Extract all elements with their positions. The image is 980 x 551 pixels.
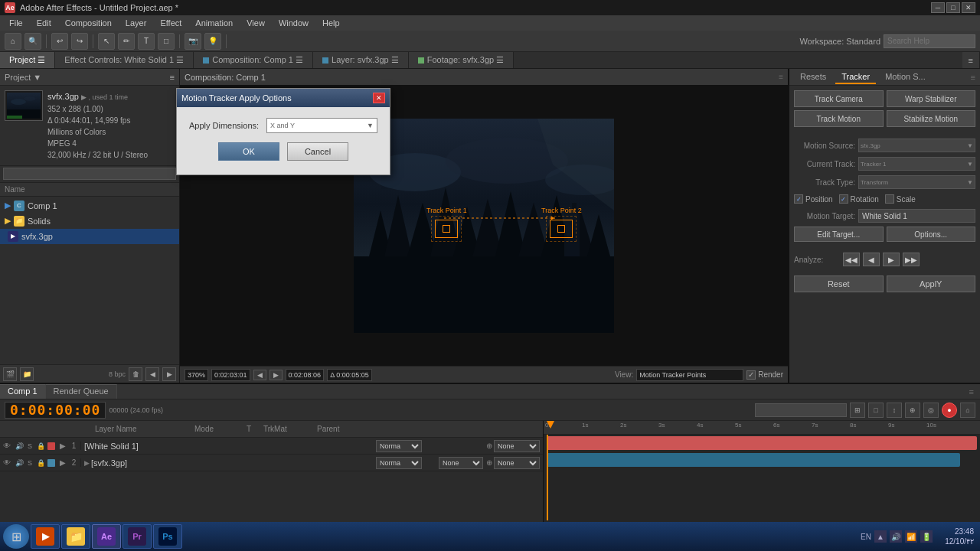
taskbar-premiere-pro[interactable]: Pr bbox=[122, 524, 152, 549]
toolbar-light[interactable]: 💡 bbox=[204, 33, 221, 50]
maximize-button[interactable]: □ bbox=[946, 2, 960, 13]
menu-animation[interactable]: Animation bbox=[189, 17, 239, 29]
timeline-tab-menu[interactable]: ≡ bbox=[963, 384, 980, 399]
toolbar-shape[interactable]: □ bbox=[158, 33, 175, 50]
tab-layer[interactable]: Layer: svfx.3gp ☰ bbox=[313, 52, 409, 68]
taskbar-photoshop[interactable]: Ps bbox=[153, 524, 182, 549]
tracker-tab-resets[interactable]: Resets bbox=[794, 70, 832, 84]
render-checkbox[interactable]: ✓ bbox=[746, 370, 756, 380]
new-folder-btn[interactable]: 📁 bbox=[20, 367, 34, 381]
position-checkbox[interactable] bbox=[794, 194, 803, 204]
menu-file[interactable]: File bbox=[3, 17, 29, 29]
layer-2-mode-select[interactable]: Norma bbox=[376, 457, 422, 469]
toolbar-search[interactable]: 🔍 bbox=[24, 33, 41, 50]
track-point-2[interactable]: Track Point 2 bbox=[541, 207, 582, 242]
layer-2-name[interactable]: ▶ [svfx.3gp] bbox=[81, 458, 376, 468]
project-search-input[interactable] bbox=[3, 168, 176, 180]
analyze-next[interactable]: ▶ bbox=[883, 253, 900, 266]
prev-btn[interactable]: ◀ bbox=[145, 367, 159, 381]
window-controls[interactable]: ─ □ ✕ bbox=[931, 2, 975, 13]
menu-composition[interactable]: Composition bbox=[59, 17, 118, 29]
reset-btn[interactable]: Reset bbox=[794, 276, 884, 292]
current-track-dropdown[interactable]: Tracker 1 ▼ bbox=[858, 157, 975, 171]
toolbar-redo[interactable]: ↪ bbox=[71, 33, 88, 50]
layer-1-visibility-toggle[interactable]: 👁 bbox=[0, 442, 14, 450]
menu-effect[interactable]: Effect bbox=[154, 17, 188, 29]
minimize-button[interactable]: ─ bbox=[931, 2, 945, 13]
layer-1-expand[interactable]: ▶ bbox=[57, 442, 69, 450]
dialog-ok-btn[interactable]: OK bbox=[218, 142, 279, 161]
layer-2-trkmat-select[interactable]: None bbox=[439, 457, 483, 469]
tree-item-comp1[interactable]: ▶ C Comp 1 bbox=[0, 198, 179, 214]
timeline-tool-2[interactable]: □ bbox=[868, 403, 884, 418]
comp-viewer-menu[interactable]: ≡ bbox=[779, 73, 783, 81]
tray-icon-speaker[interactable]: 🔊 bbox=[890, 530, 902, 543]
layer-2-lock[interactable]: 🔒 bbox=[35, 459, 46, 467]
timeline-search-input[interactable] bbox=[755, 403, 847, 417]
help-search-input[interactable] bbox=[884, 34, 975, 48]
tab-effect-controls[interactable]: Effect Controls: White Solid 1 ☰ bbox=[55, 52, 194, 68]
taskbar-file-explorer[interactable]: 📁 bbox=[61, 524, 90, 549]
taskbar-after-effects[interactable]: Ae bbox=[92, 524, 121, 549]
timeline-tool-6[interactable]: ⌂ bbox=[960, 403, 975, 418]
menu-layer[interactable]: Layer bbox=[119, 17, 153, 29]
layer-1-solo[interactable]: S bbox=[24, 442, 35, 450]
layer-1-audio[interactable]: 🔊 bbox=[14, 442, 24, 450]
start-button[interactable]: ⊞ bbox=[3, 524, 29, 549]
menu-window[interactable]: Window bbox=[273, 17, 315, 29]
menu-edit[interactable]: Edit bbox=[31, 17, 57, 29]
tray-icon-battery[interactable]: 🔋 bbox=[920, 530, 933, 543]
tab-panel-menu[interactable]: ≡ bbox=[962, 52, 980, 68]
tray-icon-network[interactable]: 📶 bbox=[905, 530, 917, 543]
toolbar-pen[interactable]: ✏ bbox=[118, 33, 135, 50]
track-motion-btn[interactable]: Track Motion bbox=[794, 110, 884, 127]
tree-item-solids[interactable]: ▶ 📁 Solids bbox=[0, 214, 179, 229]
toolbar-undo[interactable]: ↩ bbox=[51, 33, 68, 50]
toolbar-home[interactable]: ⌂ bbox=[5, 33, 21, 50]
timeline-tool-1[interactable]: ⊞ bbox=[850, 403, 865, 418]
dialog-cancel-btn[interactable]: Cancel bbox=[287, 142, 348, 161]
layer-1-lock[interactable]: 🔒 bbox=[35, 442, 46, 450]
timeline-tool-3[interactable]: ↕ bbox=[887, 403, 902, 418]
options-btn[interactable]: Options... bbox=[887, 227, 976, 242]
tracker-panel-menu[interactable]: ≡ bbox=[971, 73, 975, 82]
timeline-track-area[interactable]: 0s 1s 2s 3s 4s 5s 6s 7s 8s 9s 10s bbox=[544, 421, 980, 522]
timeline-tab-render-queue[interactable]: Render Queue bbox=[46, 384, 117, 399]
analyze-rewind[interactable]: ◀◀ bbox=[843, 253, 860, 266]
next-btn[interactable]: ▶ bbox=[162, 367, 176, 381]
timeline-tool-4[interactable]: ⊕ bbox=[905, 403, 920, 418]
tree-item-svfx[interactable]: ▶ svfx.3gp bbox=[0, 229, 179, 244]
layer-2-audio[interactable]: 🔊 bbox=[14, 459, 24, 467]
track-camera-btn[interactable]: Track Camera bbox=[794, 90, 884, 107]
close-button[interactable]: ✕ bbox=[962, 2, 975, 13]
toolbar-select[interactable]: ↖ bbox=[98, 33, 115, 50]
viewer-prev-frame[interactable]: ◀ bbox=[253, 370, 266, 380]
motion-source-dropdown[interactable]: sfx.3gp ▼ bbox=[858, 139, 975, 152]
rotation-checkbox[interactable] bbox=[839, 194, 848, 204]
tracker-tab-motion[interactable]: Motion S... bbox=[879, 70, 932, 84]
toolbar-text[interactable]: T bbox=[138, 33, 155, 50]
toolbar-camera[interactable]: 📷 bbox=[185, 33, 201, 50]
analyze-forward[interactable]: ▶▶ bbox=[903, 253, 920, 266]
menu-help[interactable]: Help bbox=[316, 17, 346, 29]
tab-composition[interactable]: Composition: Comp 1 ☰ bbox=[194, 52, 313, 68]
layer-2-visibility-toggle[interactable]: 👁 bbox=[0, 458, 14, 467]
new-composition-btn[interactable]: 🎬 bbox=[3, 367, 17, 381]
track-point-1[interactable]: Track Point 1 bbox=[426, 207, 467, 242]
dialog-close-btn[interactable]: ✕ bbox=[373, 93, 385, 103]
layer-1-mode-select[interactable]: Norma bbox=[376, 440, 422, 452]
layer-2-parent-select[interactable]: None bbox=[494, 457, 540, 469]
timeline-tab-comp1[interactable]: Comp 1 bbox=[0, 384, 46, 399]
project-panel-menu-icon[interactable]: ≡ bbox=[170, 73, 175, 82]
scale-checkbox[interactable] bbox=[885, 194, 894, 204]
analyze-prev[interactable]: ◀ bbox=[863, 253, 880, 266]
timeline-record-btn[interactable]: ● bbox=[942, 403, 957, 418]
layer-1-parent-select[interactable]: None bbox=[494, 440, 540, 452]
tab-footage[interactable]: Footage: svfx.3gp ☰ bbox=[409, 52, 514, 68]
layer-1-name[interactable]: [White Solid 1] bbox=[81, 442, 376, 451]
dialog-dimensions-dropdown[interactable]: X and Y ▼ bbox=[266, 118, 377, 133]
tracker-tab-tracker[interactable]: Tracker bbox=[835, 70, 876, 84]
layer-2-expand[interactable]: ▶ bbox=[57, 458, 69, 467]
tab-project[interactable]: Project ☰ bbox=[0, 52, 55, 68]
timeline-tool-5[interactable]: ◎ bbox=[923, 403, 939, 418]
